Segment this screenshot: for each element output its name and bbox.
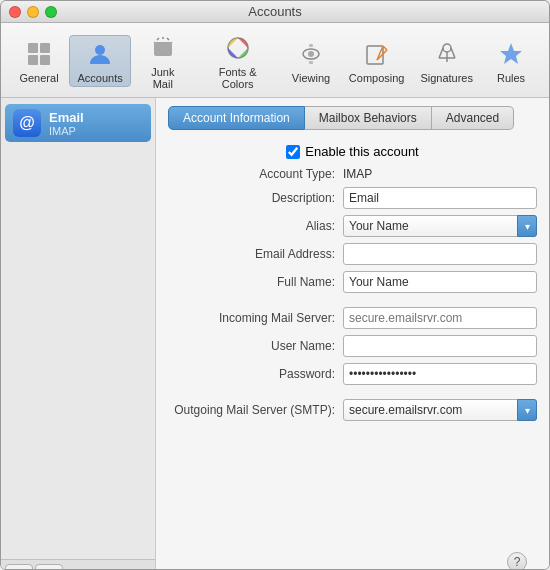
title-bar: Accounts <box>1 1 549 23</box>
sidebar-footer: + − <box>1 559 155 570</box>
incoming-server-input[interactable] <box>343 307 537 329</box>
window-controls[interactable] <box>9 6 57 18</box>
outgoing-server-label: Outgoing Mail Server (SMTP): <box>168 403 343 417</box>
toolbar-composing-label: Composing <box>349 72 405 84</box>
email-address-label: Email Address: <box>168 247 343 261</box>
detail-pane: Account Information Mailbox Behaviors Ad… <box>156 98 549 570</box>
toolbar-rules-label: Rules <box>497 72 525 84</box>
bottom-area: ? <box>168 427 537 570</box>
alias-row: Alias: Your Name ▾ <box>168 215 537 237</box>
svg-point-18 <box>443 44 451 52</box>
maximize-button[interactable] <box>45 6 57 18</box>
tab-mailbox-behaviors[interactable]: Mailbox Behaviors <box>305 106 432 130</box>
password-label: Password: <box>168 367 343 381</box>
toolbar-item-general[interactable]: General <box>9 35 69 87</box>
minimize-button[interactable] <box>27 6 39 18</box>
outgoing-server-row: Outgoing Mail Server (SMTP): secure.emai… <box>168 399 537 421</box>
toolbar-item-rules[interactable]: Rules <box>481 35 541 87</box>
full-name-input[interactable] <box>343 271 537 293</box>
toolbar-item-viewing[interactable]: Viewing <box>281 35 341 87</box>
help-button[interactable]: ? <box>507 552 527 570</box>
general-icon <box>23 38 55 70</box>
svg-rect-2 <box>28 55 38 65</box>
email-account-icon: @ <box>13 109 41 137</box>
account-name: Email <box>49 110 84 125</box>
svg-rect-13 <box>309 61 313 64</box>
toolbar-fonts-label: Fonts & Colors <box>205 66 270 90</box>
full-name-label: Full Name: <box>168 275 343 289</box>
description-label: Description: <box>168 191 343 205</box>
toolbar-item-junk-mail[interactable]: Junk Mail <box>131 29 194 93</box>
enable-account-checkbox[interactable] <box>286 145 300 159</box>
alias-select[interactable]: Your Name <box>343 215 537 237</box>
fonts-colors-icon <box>222 32 254 64</box>
rules-icon <box>495 38 527 70</box>
account-type: IMAP <box>49 125 84 137</box>
toolbar-item-fonts-colors[interactable]: Fonts & Colors <box>194 29 281 93</box>
svg-rect-12 <box>309 44 313 47</box>
description-row: Description: <box>168 187 537 209</box>
toolbar-viewing-label: Viewing <box>292 72 330 84</box>
remove-account-button[interactable]: − <box>35 564 63 570</box>
toolbar-accounts-label: Accounts <box>77 72 122 84</box>
password-input[interactable] <box>343 363 537 385</box>
account-type-row: Account Type: IMAP <box>168 167 537 181</box>
svg-rect-14 <box>367 46 383 64</box>
account-info: Email IMAP <box>49 110 84 137</box>
toolbar-item-signatures[interactable]: Signatures <box>412 35 481 87</box>
alias-select-wrapper: Your Name ▾ <box>343 215 537 237</box>
tab-advanced[interactable]: Advanced <box>432 106 514 130</box>
signatures-icon <box>431 38 463 70</box>
sidebar-content: @ Email IMAP <box>1 98 155 559</box>
svg-point-4 <box>95 45 105 55</box>
svg-line-19 <box>439 48 443 58</box>
email-address-row: Email Address: <box>168 243 537 265</box>
svg-line-8 <box>167 38 169 40</box>
password-row: Password: <box>168 363 537 385</box>
enable-account-label: Enable this account <box>305 144 418 159</box>
email-address-input[interactable] <box>343 243 537 265</box>
tab-bar: Account Information Mailbox Behaviors Ad… <box>168 106 537 130</box>
window-title: Accounts <box>248 4 301 19</box>
viewing-icon <box>295 38 327 70</box>
user-name-label: User Name: <box>168 339 343 353</box>
toolbar-signatures-label: Signatures <box>420 72 473 84</box>
junk-mail-icon <box>147 32 179 64</box>
main-content: @ Email IMAP + − Account Information Mai… <box>1 98 549 570</box>
tab-account-information[interactable]: Account Information <box>168 106 305 130</box>
svg-marker-23 <box>500 43 522 64</box>
svg-rect-1 <box>40 43 50 53</box>
svg-line-6 <box>157 38 159 40</box>
add-account-button[interactable]: + <box>5 564 33 570</box>
description-input[interactable] <box>343 187 537 209</box>
sidebar-item-email[interactable]: @ Email IMAP <box>5 104 151 142</box>
composing-icon <box>361 38 393 70</box>
outgoing-server-select[interactable]: secure.emailsrvr.com <box>343 399 537 421</box>
alias-label: Alias: <box>168 219 343 233</box>
accounts-icon <box>84 38 116 70</box>
incoming-server-label: Incoming Mail Server: <box>168 311 343 325</box>
toolbar-item-composing[interactable]: Composing <box>341 35 412 87</box>
account-type-label: Account Type: <box>168 167 343 181</box>
svg-line-20 <box>451 48 455 58</box>
sidebar: @ Email IMAP + − <box>1 98 156 570</box>
toolbar-general-label: General <box>19 72 58 84</box>
incoming-server-row: Incoming Mail Server: <box>168 307 537 329</box>
toolbar-item-accounts[interactable]: Accounts <box>69 35 131 87</box>
account-type-value: IMAP <box>343 167 372 181</box>
svg-point-11 <box>308 51 314 57</box>
user-name-input[interactable] <box>343 335 537 357</box>
close-button[interactable] <box>9 6 21 18</box>
svg-rect-3 <box>40 55 50 65</box>
account-form: Enable this account Account Type: IMAP D… <box>168 140 537 427</box>
enable-row: Enable this account <box>168 140 537 167</box>
toolbar: General Accounts Junk Mail <box>1 23 549 98</box>
full-name-row: Full Name: <box>168 271 537 293</box>
outgoing-server-select-wrapper: secure.emailsrvr.com ▾ <box>343 399 537 421</box>
toolbar-junk-label: Junk Mail <box>142 66 183 90</box>
user-name-row: User Name: <box>168 335 537 357</box>
svg-rect-0 <box>28 43 38 53</box>
